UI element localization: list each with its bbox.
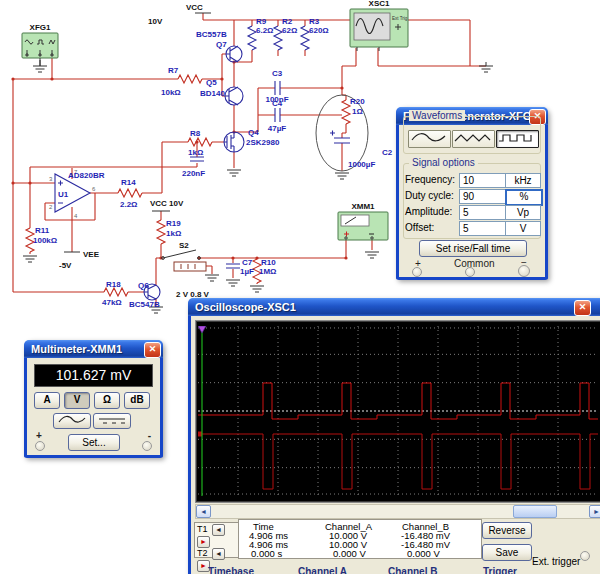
transistor-q5 bbox=[225, 87, 243, 105]
net-vee: VEE bbox=[83, 250, 100, 259]
channel-b-group-label: Channel B bbox=[388, 566, 437, 574]
fg-minus-terminal bbox=[518, 265, 530, 277]
ac-mode-button[interactable] bbox=[53, 413, 91, 429]
net-vee-value: -5V bbox=[59, 261, 72, 270]
mosfet-q4 bbox=[224, 132, 244, 152]
opamp-pin3: 3 bbox=[49, 176, 53, 182]
schematic-labels: VCC 10V XFG1 XSC1 XMM1 R9 6.2Ω R2 62Ω R3… bbox=[30, 0, 393, 309]
frequency-input[interactable]: 10 bbox=[459, 173, 507, 188]
save-button[interactable]: Save bbox=[482, 544, 532, 561]
scrollbar-thumb[interactable] bbox=[513, 505, 557, 518]
t1-right-icon[interactable]: ► bbox=[197, 536, 210, 548]
svg-text:BC557B: BC557B bbox=[196, 30, 227, 39]
mm-plus-terminal bbox=[35, 441, 45, 451]
resistor-symbols bbox=[26, 26, 350, 296]
xfg1-instrument-icon[interactable] bbox=[22, 33, 58, 66]
xsc1-label: XSC1 bbox=[369, 0, 390, 8]
channel-a-group-label: Channel A bbox=[298, 566, 347, 574]
triangle-wave-icon bbox=[453, 131, 492, 145]
svg-text:R9: R9 bbox=[256, 17, 267, 26]
oscilloscope-window: Oscilloscope-XSC1 ✕ ◄ ► T1 ◄► T2 ◄► T2-T… bbox=[188, 298, 600, 574]
svg-text:1Ω: 1Ω bbox=[352, 107, 363, 116]
close-icon[interactable]: ✕ bbox=[144, 342, 161, 358]
waveform-plot bbox=[198, 326, 598, 496]
t2t1-channel-b: 0.000 V bbox=[407, 548, 440, 559]
switch-s2[interactable] bbox=[162, 250, 206, 271]
svg-text:62Ω: 62Ω bbox=[282, 26, 298, 35]
svg-text:1kΩ: 1kΩ bbox=[188, 148, 204, 157]
svg-text:100kΩ: 100kΩ bbox=[33, 236, 58, 245]
duty-cycle-input[interactable]: 90 bbox=[459, 189, 507, 204]
net-vcc: VCC bbox=[186, 3, 203, 12]
svg-text:BD140: BD140 bbox=[200, 89, 225, 98]
net-vcc-value: 10V bbox=[148, 17, 163, 26]
svg-text:R20: R20 bbox=[350, 97, 365, 106]
multimeter-titlebar[interactable]: Multimeter-XMM1 ✕ bbox=[24, 340, 163, 358]
amplitude-unit[interactable]: Vp bbox=[505, 205, 541, 220]
waveforms-group: Waveforms bbox=[403, 116, 541, 154]
mm-plus-label: + bbox=[36, 430, 42, 441]
mode-db-button[interactable]: dB bbox=[124, 392, 150, 409]
set-button[interactable]: Set... bbox=[68, 434, 120, 451]
reverse-button[interactable]: Reverse bbox=[482, 522, 532, 539]
mode-amps-button[interactable]: A bbox=[34, 392, 60, 409]
svg-text:220nF: 220nF bbox=[182, 169, 205, 178]
svg-text:R3: R3 bbox=[309, 17, 320, 26]
function-generator-window: Function Generator-XFG1 ✕ Waveforms Sign… bbox=[396, 107, 548, 280]
oscilloscope-titlebar[interactable]: Oscilloscope-XSC1 ✕ bbox=[188, 298, 600, 316]
net-vcc2: VCC 10V bbox=[150, 199, 184, 208]
scroll-right-icon[interactable]: ► bbox=[589, 505, 600, 518]
sine-wave-button[interactable] bbox=[408, 130, 451, 148]
waveforms-label: Waveforms bbox=[409, 110, 465, 121]
ext-trig-label: Ext Trig bbox=[392, 16, 408, 21]
close-icon[interactable]: ✕ bbox=[574, 300, 591, 316]
fg-plus-terminal bbox=[412, 267, 422, 277]
set-rise-fall-button[interactable]: Set rise/Fall time bbox=[419, 240, 527, 257]
xfg1-label: XFG1 bbox=[30, 23, 51, 32]
svg-text:6.2Ω: 6.2Ω bbox=[256, 26, 274, 35]
t1-left-icon[interactable]: ◄ bbox=[212, 524, 225, 536]
svg-text:1MΩ: 1MΩ bbox=[259, 267, 277, 276]
svg-text:47kΩ: 47kΩ bbox=[102, 298, 122, 307]
mode-ohms-button[interactable]: Ω bbox=[94, 392, 120, 409]
svg-text:Q4: Q4 bbox=[248, 128, 259, 137]
window-title: Multimeter-XMM1 bbox=[31, 343, 122, 355]
scope-scrollbar[interactable]: ◄ ► bbox=[195, 504, 600, 519]
scope-readout: Time Channel_A Channel_B 4.906 ms 10.000… bbox=[238, 519, 482, 559]
amplitude-input[interactable]: 5 bbox=[459, 205, 507, 220]
offset-label: Offset: bbox=[405, 221, 434, 235]
xsc1-instrument-icon[interactable]: Ext Trig bbox=[350, 9, 408, 51]
t2t1-channel-a: 0.000 V bbox=[333, 548, 366, 559]
svg-text:C2: C2 bbox=[382, 148, 393, 157]
switch-s2-label: S2 bbox=[179, 241, 189, 250]
triangle-wave-button[interactable] bbox=[452, 130, 495, 148]
frequency-unit[interactable]: kHz bbox=[505, 173, 541, 188]
dc-mode-button[interactable] bbox=[93, 413, 131, 429]
frequency-label: Frequency: bbox=[405, 173, 455, 187]
offset-input[interactable]: 5 bbox=[459, 221, 507, 236]
multisim-workspace: 3 2 7 4 6 Ext bbox=[0, 0, 600, 574]
transistor-q7 bbox=[226, 46, 242, 62]
svg-text:U1: U1 bbox=[58, 190, 69, 199]
offset-unit[interactable]: V bbox=[505, 221, 541, 236]
svg-text:C3: C3 bbox=[272, 69, 283, 78]
opamp-pin2: 2 bbox=[49, 204, 53, 210]
scroll-left-icon[interactable]: ◄ bbox=[196, 505, 211, 518]
svg-text:R10: R10 bbox=[261, 258, 276, 267]
xmm1-instrument-icon[interactable] bbox=[338, 212, 388, 240]
t2-left-icon[interactable]: ◄ bbox=[212, 548, 225, 560]
svg-text:2.2Ω: 2.2Ω bbox=[120, 200, 138, 209]
square-wave-button[interactable] bbox=[496, 130, 539, 148]
svg-text:R7: R7 bbox=[168, 66, 179, 75]
duty-cycle-label: Duty cycle: bbox=[405, 189, 454, 203]
mode-volts-button[interactable]: V bbox=[64, 392, 90, 409]
svg-text:AD820BR: AD820BR bbox=[68, 171, 105, 180]
opamp-pin6: 6 bbox=[92, 186, 96, 192]
svg-text:R8: R8 bbox=[190, 129, 201, 138]
fg-common-terminal bbox=[465, 267, 475, 277]
svg-text:1000µF: 1000µF bbox=[348, 160, 375, 169]
cursor-box: T1 ◄► T2 ◄► T2-T1 bbox=[194, 522, 239, 558]
signal-options-label: Signal options bbox=[409, 157, 478, 168]
duty-cycle-unit[interactable]: % bbox=[505, 189, 543, 206]
window-title: Oscilloscope-XSC1 bbox=[195, 301, 296, 313]
